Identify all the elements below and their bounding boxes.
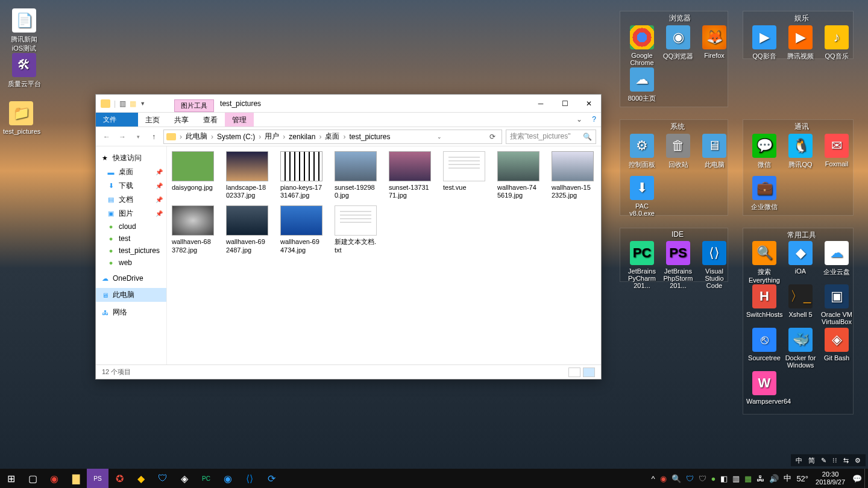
lang-item[interactable]: ⇆: [843, 457, 849, 465]
taskbar-app2[interactable]: ◆: [130, 469, 152, 488]
address-dropdown-icon[interactable]: ⌄: [433, 134, 445, 140]
crumb[interactable]: 此电脑: [183, 131, 210, 142]
desktop-icon-everything[interactable]: 🔍搜索 Everything: [746, 241, 782, 284]
taskbar-app6[interactable]: ⟳: [260, 469, 282, 488]
file-item[interactable]: sunset-192980.jpg: [335, 151, 377, 199]
view-thumbs-button[interactable]: [583, 368, 595, 377]
file-item[interactable]: wallhaven-692487.jpg: [226, 205, 268, 254]
desktop-icon-chrome[interactable]: Google Chrome: [624, 25, 660, 66]
lang-item[interactable]: ⁝⁝: [832, 457, 837, 465]
desktop-icon-pycharm[interactable]: PCJetBrains PyCharm 201...: [624, 241, 660, 289]
tab-share[interactable]: 共享: [167, 113, 196, 127]
tray-ime[interactable]: 中: [781, 473, 794, 484]
desktop-icon-cloud[interactable]: ☁企业云盘: [819, 241, 855, 277]
taskview-button[interactable]: ▢: [22, 469, 43, 488]
desktop-icon-virtualbox[interactable]: ▣Oracle VM VirtualBox: [819, 284, 855, 325]
tray-icon[interactable]: ▥: [730, 474, 742, 483]
tray-icon[interactable]: 🛡: [684, 474, 696, 483]
taskbar-phpstorm[interactable]: PS: [87, 469, 108, 488]
taskbar-app3[interactable]: 🛡: [152, 469, 174, 488]
tray-volume-icon[interactable]: 🔊: [767, 474, 781, 483]
desktop-icon-qqplayer[interactable]: ▶QQ影音: [746, 25, 782, 61]
nav-back-icon[interactable]: ←: [101, 131, 113, 143]
desktop-icon-recyclebin[interactable]: 🗑回收站: [660, 134, 696, 169]
desktop-icon-firefox[interactable]: 🦊Firefox: [696, 25, 732, 59]
file-item[interactable]: wallhaven-152325.jpg: [552, 151, 594, 199]
tab-home[interactable]: 主页: [138, 113, 167, 127]
desktop-icon[interactable]: 🛠质量云平台: [6, 53, 42, 89]
close-button[interactable]: ✕: [577, 95, 601, 113]
qat-dropdown-icon[interactable]: ▼: [140, 101, 145, 107]
nav-documents[interactable]: ▤文档📌: [96, 193, 166, 207]
taskbar-pycharm[interactable]: PC: [195, 469, 217, 488]
desktop-icon-docker[interactable]: 🐳Docker for Windows: [782, 328, 819, 369]
qat-props-icon[interactable]: ▥: [119, 99, 126, 108]
language-bar[interactable]: 中 简 ✎ ⁝⁝ ⇆ ⚙: [791, 454, 866, 466]
desktop-icon-switchhosts[interactable]: HSwitchHosts: [746, 284, 782, 318]
tray-clock[interactable]: 20:30 2018/9/27: [811, 471, 850, 486]
nav-test[interactable]: ●test: [96, 233, 166, 245]
nav-desktop[interactable]: ▬桌面📌: [96, 165, 166, 179]
desktop-icon-pac[interactable]: ⬇PAC v8.0.exe: [624, 176, 660, 217]
tab-manage[interactable]: 管理: [225, 113, 254, 127]
search-input[interactable]: 搜索"test_pictures" 🔍: [506, 130, 596, 144]
file-item[interactable]: 新建文本文档.txt: [335, 205, 377, 254]
taskbar-vscode[interactable]: ⟨⟩: [239, 469, 260, 488]
tab-file[interactable]: 文件: [96, 113, 138, 127]
taskbar-app1[interactable]: ✪: [108, 469, 130, 488]
crumb[interactable]: 用户: [262, 131, 281, 142]
nav-cloud[interactable]: ●cloud: [96, 221, 166, 233]
desktop-icon-wxwork[interactable]: 💼企业微信: [746, 176, 782, 211]
desktop-icon-thispc[interactable]: 🖥此电脑: [696, 134, 732, 169]
desktop-icon-txvideo[interactable]: ▶腾讯视频: [782, 25, 819, 61]
crumb[interactable]: test_pictures: [347, 133, 392, 141]
lang-item[interactable]: ⚙: [855, 457, 861, 465]
minimize-button[interactable]: ─: [529, 95, 553, 113]
desktop-icon-ioa[interactable]: ◆iOA: [782, 241, 819, 275]
desktop-icon-wechat[interactable]: 💬微信: [746, 134, 782, 169]
lang-item[interactable]: 中: [796, 456, 802, 465]
crumb[interactable]: zenkilan: [286, 133, 318, 141]
desktop-icon-controlpanel[interactable]: ⚙控制面板: [624, 134, 660, 169]
nav-thispc[interactable]: 🖥此电脑: [96, 288, 166, 302]
desktop-icon-foxmail[interactable]: ✉Foxmail: [819, 134, 855, 167]
file-list[interactable]: daisygong.jpglandscape-1802337.jpgpiano-…: [167, 146, 601, 364]
help-icon[interactable]: ?: [587, 113, 601, 127]
nav-testpictures[interactable]: ●test_pictures: [96, 245, 166, 257]
desktop-icon-8000[interactable]: ☁8000主页: [624, 67, 660, 103]
titlebar[interactable]: | ▥ ▦ ▼ 图片工具 test_pictures ─ ☐ ✕: [96, 95, 601, 113]
nav-recent-icon[interactable]: ▾: [132, 131, 144, 143]
ribbon-collapse-icon[interactable]: ⌄: [571, 113, 587, 127]
nav-pictures[interactable]: ▣图片📌: [96, 207, 166, 221]
file-item[interactable]: wallhaven-745619.jpg: [497, 151, 539, 199]
file-item[interactable]: wallhaven-683782.jpg: [172, 205, 214, 254]
desktop-icon[interactable]: 📁test_pictures: [3, 101, 39, 135]
crumb[interactable]: System (C:): [215, 133, 257, 141]
tray-icon[interactable]: 🔍: [669, 474, 684, 483]
tray-temp[interactable]: 52°: [794, 474, 811, 483]
desktop-icon-gitbash[interactable]: ◈Git Bash: [819, 328, 855, 361]
file-item[interactable]: sunset-1373171.jpg: [389, 151, 431, 199]
desktop-icon-wamp[interactable]: WWampserver64: [746, 371, 782, 405]
file-item[interactable]: test.vue: [443, 151, 485, 199]
breadcrumb[interactable]: ›此电脑 ›System (C:) ›用户 ›zenkilan ›桌面 ›tes…: [163, 130, 502, 144]
nav-downloads[interactable]: ⬇下载📌: [96, 179, 166, 193]
desktop-icon[interactable]: 📄腾讯新闻iOS测试: [6, 8, 42, 53]
nav-onedrive[interactable]: ☁OneDrive: [96, 272, 166, 284]
desktop-icon-phpstorm[interactable]: PSJetBrains PhpStorm 201...: [660, 241, 696, 289]
tray-icon[interactable]: 🛡: [696, 474, 709, 483]
file-item[interactable]: piano-keys-1731467.jpg: [280, 151, 322, 199]
nav-web[interactable]: ●web: [96, 257, 166, 269]
nav-quick-access[interactable]: ★快速访问: [96, 151, 166, 165]
taskbar-chrome[interactable]: ◉: [43, 469, 65, 488]
lang-item[interactable]: 简: [808, 456, 815, 465]
nav-forward-icon[interactable]: →: [116, 131, 128, 143]
desktop-icon-xshell[interactable]: 〉_Xshell 5: [782, 284, 819, 318]
tray-icon[interactable]: ◧: [718, 474, 730, 483]
nav-up-icon[interactable]: ↑: [148, 131, 160, 143]
taskbar-app5[interactable]: ◉: [217, 469, 239, 488]
taskbar-explorer[interactable]: ▇: [65, 469, 87, 488]
tray-icon[interactable]: ◉: [658, 474, 669, 483]
crumb[interactable]: 桌面: [322, 131, 342, 142]
start-button[interactable]: ⊞: [0, 469, 22, 488]
